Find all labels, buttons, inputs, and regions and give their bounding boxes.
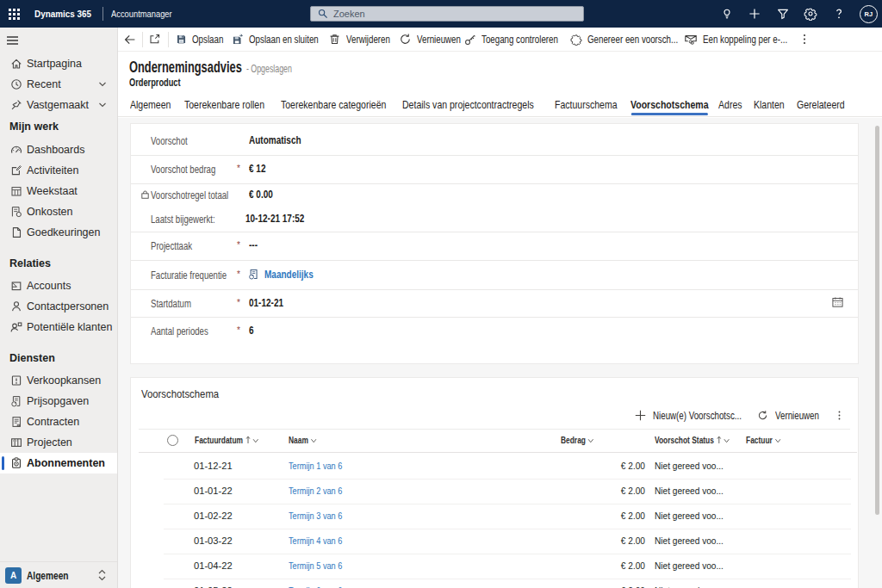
table-row[interactable]: 01-02-22 Termijn 3 van 6 € 2.00 Niet ger… (131, 504, 858, 529)
lightbulb-icon[interactable] (720, 7, 734, 21)
cell-factuurdatum: 01-01-22 (194, 486, 233, 496)
environment-picker[interactable]: A Algemeen (0, 561, 117, 588)
gear-icon[interactable] (804, 7, 817, 21)
new-record-button[interactable]: Nieuw(e) Voorschotsc... (635, 407, 767, 424)
back-button[interactable] (123, 28, 137, 51)
field-value: 10-12-21 17:52 (245, 213, 304, 225)
sidebar-item-onkosten[interactable]: Onkosten (0, 201, 117, 222)
field-value[interactable]: 01-12-21 (249, 297, 283, 309)
cell-bedrag: € 2.00 (534, 461, 645, 471)
field-value-link[interactable]: Maandelijks (264, 269, 314, 281)
cell-naam-link[interactable]: Termijn 2 van 6 (289, 486, 342, 496)
tab-toerekenbare-rollen[interactable]: Toerekenbare rollen (184, 93, 264, 117)
hamburger-menu-icon[interactable] (0, 30, 117, 51)
table-row[interactable]: 01-03-22 Termijn 4 van 6 € 2.00 Niet ger… (131, 529, 858, 554)
save-and-close-button[interactable]: Opslaan en sluiten (232, 28, 339, 51)
refresh-icon (399, 33, 412, 46)
record-title-row: Ondernemingsadvies - Opgeslagen (129, 59, 292, 77)
cell-naam-link[interactable]: Termijn 3 van 6 (289, 511, 342, 521)
subgrid-more-button[interactable] (834, 407, 845, 424)
form-content-area: Voorschot Automatisch Voorschot bedrag *… (118, 118, 882, 588)
dynamics-brand[interactable]: Dynamics 365 (34, 0, 91, 28)
column-header-factuur[interactable]: Factuur (746, 435, 780, 445)
tab-algemeen[interactable]: Algemeen (130, 93, 171, 117)
delete-button[interactable]: Verwijderen (328, 28, 402, 51)
sidebar-item-abonnementen[interactable]: Abonnementen (0, 453, 117, 473)
waffle-menu-icon[interactable] (0, 0, 28, 28)
check-access-button[interactable]: Toegang controleren (464, 28, 580, 51)
sidebar-item-projecten[interactable]: Projecten (0, 432, 117, 453)
cell-naam-link[interactable]: Termijn 4 van 6 (289, 535, 342, 546)
tab-gerelateerd[interactable]: Gerelateerd (797, 93, 845, 117)
tab-toerekenbare-categorieen[interactable]: Toerekenbare categorieën (281, 93, 386, 117)
cell-factuurdatum: 01-03-22 (194, 535, 233, 546)
receipt-coin-icon (9, 205, 23, 219)
table-row[interactable]: 01-04-22 Termijn 5 van 6 € 2.00 Niet ger… (131, 554, 858, 579)
field-row-facturatie-frequentie: Facturatie frequentie * Maandelijks (131, 260, 858, 289)
email-link-button[interactable]: Een koppeling per e-... (684, 28, 811, 51)
sidebar-item-goedkeuringen[interactable]: Goedkeuringen (0, 222, 117, 243)
chevron-down-icon[interactable] (98, 80, 107, 89)
sidebar-item-recent[interactable]: Recent (0, 74, 117, 95)
field-value[interactable]: € 12 (249, 163, 265, 175)
field-label: Voorschot bedrag (151, 164, 215, 176)
subgrid-refresh-button[interactable]: Vernieuwen (757, 407, 831, 424)
cell-bedrag: € 2.00 (534, 535, 645, 546)
vertical-scrollbar[interactable] (875, 126, 879, 515)
cog-action-icon (570, 34, 582, 46)
topbar-actions: RJ (720, 0, 882, 28)
refresh-button[interactable]: Vernieuwen (399, 28, 473, 51)
sidebar-item-contactpersonen[interactable]: Contactpersonen (0, 296, 117, 317)
save-close-icon (232, 34, 244, 46)
sidebar-item-weekstaat[interactable]: Weekstaat (0, 181, 117, 201)
save-button[interactable]: Opslaan (176, 28, 233, 51)
field-value[interactable]: Automatisch (249, 134, 301, 146)
tab-factuurschema[interactable]: Factuurschema (555, 93, 618, 117)
sidebar-item-accounts[interactable]: Accounts (0, 275, 117, 296)
plus-icon[interactable] (748, 7, 761, 21)
app-name[interactable]: Accountmanager (111, 0, 172, 28)
field-label: Facturatie frequentie (151, 269, 227, 282)
help-icon[interactable] (832, 7, 846, 21)
tab-details-projectcontractregels[interactable]: Details van projectcontractregels (402, 93, 534, 117)
table-row[interactable]: 01-01-22 Termijn 2 van 6 € 2.00 Niet ger… (131, 479, 858, 504)
tab-adres[interactable]: Adres (718, 93, 742, 117)
calendar-icon[interactable] (832, 297, 843, 307)
table-row[interactable]: 01-05-22 Termijn 6 van 6 € 2.00 Niet ger… (131, 579, 858, 588)
hamburger-lines-icon (7, 36, 18, 45)
search-input[interactable]: Zoeken (310, 6, 584, 22)
column-header-naam[interactable]: Naam (289, 435, 316, 445)
avatar[interactable]: RJ (860, 5, 878, 23)
sidebar-section-diensten: Diensten (0, 348, 117, 368)
select-all-radio[interactable] (167, 435, 178, 446)
sidebar-item-potentiele-klanten[interactable]: Potentiële klanten (0, 317, 117, 337)
sidebar-item-contracten[interactable]: Contracten (0, 412, 117, 432)
sidebar-item-startpagina[interactable]: Startpagina (0, 53, 117, 74)
field-value[interactable]: 6 (249, 325, 254, 337)
cell-naam-link[interactable]: Termijn 5 van 6 (289, 560, 342, 571)
sidebar-item-vastgemaakt[interactable]: Vastgemaakt (0, 95, 117, 115)
lookup-record-icon (247, 268, 260, 281)
column-label: Factuur (746, 435, 773, 445)
column-header-factuurdatum[interactable]: Factuurdatum (195, 435, 258, 445)
filter-icon[interactable] (776, 7, 790, 21)
sidebar-item-verkoopkansen[interactable]: Verkoopkansen (0, 370, 117, 391)
sidebar-item-dashboards[interactable]: Dashboards (0, 139, 117, 160)
tab-voorschotschema[interactable]: Voorschotschema (630, 93, 709, 117)
grid-header-row: Factuurdatum Naam Bedrag (131, 430, 858, 452)
more-commands-button[interactable] (798, 28, 811, 51)
tab-klanten[interactable]: Klanten (754, 93, 785, 117)
field-value[interactable]: --- (249, 239, 258, 251)
sidebar-item-prijsopgaven[interactable]: Prijsopgaven (0, 391, 117, 412)
sidebar-item-activiteiten[interactable]: Activiteiten (0, 160, 117, 181)
table-row[interactable]: 01-12-21 Termijn 1 van 6 € 2.00 Niet ger… (131, 454, 858, 479)
sidebar-item-label: Onkosten (27, 206, 73, 218)
home-icon (9, 57, 23, 71)
open-form-button[interactable] (148, 28, 161, 51)
cell-naam-link[interactable]: Termijn 1 van 6 (289, 461, 342, 471)
field-label: Projecttaak (151, 240, 192, 252)
grid-hairline (139, 452, 857, 453)
chevron-down-icon[interactable] (98, 101, 107, 109)
column-header-voorschot-status[interactable]: Voorschot Status (655, 435, 730, 445)
column-header-bedrag[interactable]: Bedrag (561, 435, 594, 445)
